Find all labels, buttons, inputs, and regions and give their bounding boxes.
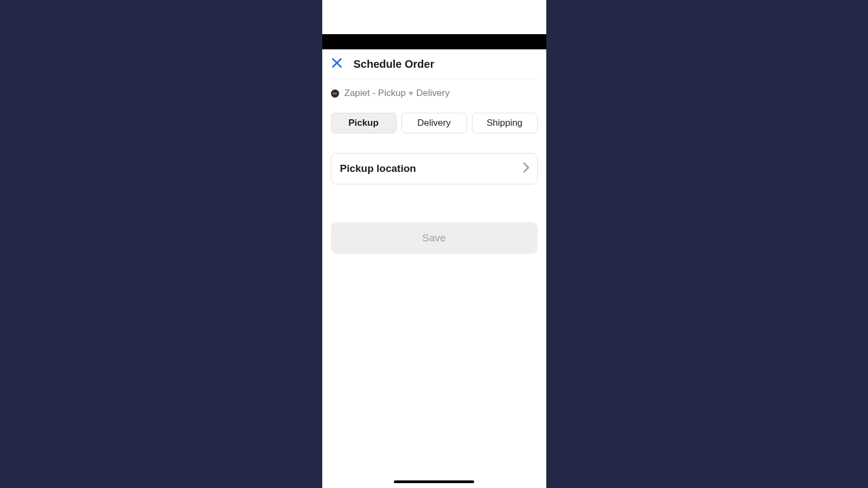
tab-pickup[interactable]: Pickup [331,113,397,133]
black-bar [322,34,546,49]
tab-shipping[interactable]: Shipping [472,113,538,133]
tab-delivery[interactable]: Delivery [401,113,467,133]
header: Schedule Order [322,49,546,79]
chevron-right-icon [523,162,529,175]
sheet: Schedule Order Zapiet - Pickup + Deliver… [322,49,546,488]
pickup-location-row[interactable]: Pickup location [331,153,538,184]
pickup-location-label: Pickup location [340,163,416,175]
save-button[interactable]: Save [331,222,538,254]
app-row: Zapiet - Pickup + Delivery [322,79,546,103]
app-name: Zapiet - Pickup + Delivery [344,88,450,99]
close-icon [331,57,343,71]
tabs: Pickup Delivery Shipping [322,103,546,138]
device-frame: Schedule Order Zapiet - Pickup + Deliver… [322,0,546,488]
home-indicator[interactable] [394,480,474,483]
app-icon [331,89,339,98]
page-title: Schedule Order [354,58,435,70]
close-button[interactable] [330,57,344,71]
top-spacer [322,0,546,34]
